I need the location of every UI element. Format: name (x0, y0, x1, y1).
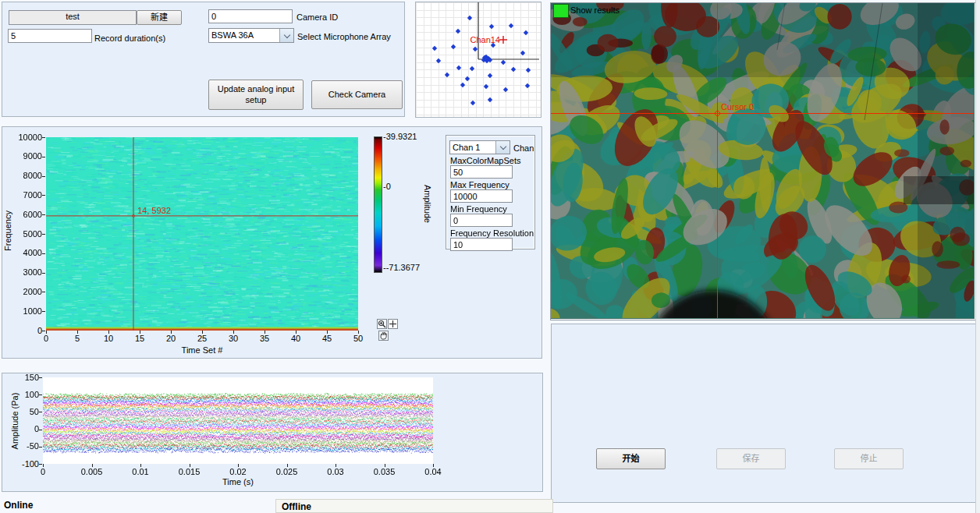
axis-tick (43, 464, 44, 467)
mic-array-plot[interactable]: Chan14 (415, 2, 541, 118)
spectrogram-y-tick: 6000 (9, 210, 42, 219)
axis-tick (77, 331, 78, 334)
cursor-tool-icon[interactable] (388, 319, 398, 329)
channel-select[interactable]: Chan 1 (449, 140, 510, 154)
spectrogram-cursor-label: 14, 5932 (137, 206, 171, 215)
setting-input[interactable] (450, 165, 513, 179)
waveform-x-tick: 0.03 (318, 467, 353, 476)
offline-status-label: Offline (282, 501, 311, 512)
new-button[interactable]: 新建 (137, 10, 182, 25)
start-button[interactable]: 开始 (596, 448, 666, 469)
show-results-led[interactable] (553, 4, 569, 18)
amplitude-colorbar (374, 136, 382, 273)
microphone-array-select[interactable]: BSWA 36A (208, 28, 294, 43)
colorbar-zero-label: -0 (383, 182, 391, 191)
axis-tick (336, 464, 336, 467)
axis-tick (39, 464, 42, 465)
setup-panel: test 新建 Record duration(s) Camera ID BSW… (2, 2, 405, 117)
camera-id-input[interactable] (208, 9, 293, 23)
test-name-field[interactable]: test (9, 10, 137, 25)
axis-tick (287, 464, 288, 467)
axis-tick (42, 214, 45, 215)
channel-select-label: Chan (513, 143, 534, 153)
combo-arrow-button[interactable] (279, 29, 293, 42)
waveform-y-tick: 0 (6, 424, 39, 433)
record-duration-input[interactable] (8, 29, 92, 43)
colorbar-title: Amplitude (423, 185, 432, 223)
spectrogram-x-tick: 45 (315, 334, 339, 343)
spectrogram-x-tick: 25 (190, 334, 214, 343)
waveform-x-tick: 0 (26, 467, 60, 476)
waveform-y-tick: 100 (6, 390, 39, 399)
axis-tick (42, 195, 45, 196)
axis-tick (358, 331, 359, 334)
spectrogram-y-tick: 10000 (9, 133, 42, 142)
spectrogram-plot[interactable] (46, 137, 358, 331)
colorbar-max-label: -39.9321 (383, 132, 417, 141)
waveform-x-tick: 0.005 (75, 467, 109, 476)
pan-tool-icon[interactable] (378, 331, 389, 341)
spectrogram-x-tick: 35 (253, 334, 276, 343)
chevron-down-icon (283, 31, 289, 37)
axis-tick (39, 377, 42, 378)
setting-input[interactable] (450, 238, 513, 251)
channel-combo-arrow[interactable] (495, 141, 510, 154)
svg-text:Chan14: Chan14 (470, 35, 500, 44)
mic-array-geometry: Chan14 (416, 2, 539, 115)
control-panel: 开始 保存 停止 (551, 324, 977, 503)
save-button[interactable]: 保存 (716, 448, 786, 469)
spectrogram-y-tick: 3000 (9, 267, 42, 277)
spectrogram-y-tick: 4000 (9, 248, 42, 257)
axis-tick (202, 331, 203, 334)
spectrogram-x-tick: 0 (34, 334, 58, 343)
axis-tick (265, 331, 265, 334)
waveform-x-tick: 0.025 (270, 467, 304, 476)
offline-status-bar: Offline (275, 499, 553, 513)
axis-tick (171, 331, 172, 334)
setting-input[interactable] (450, 189, 513, 203)
waveform-xlabel: Time (s) (191, 477, 285, 486)
axis-tick (42, 137, 45, 138)
spectrogram-y-tick: 2000 (9, 287, 42, 296)
chevron-down-icon (499, 143, 506, 150)
axis-tick (42, 234, 45, 235)
axis-tick (238, 464, 239, 467)
channel-settings-panel: Chan 1 Chan MaxColorMapSetsMax Frequency… (446, 135, 535, 249)
waveform-x-tick: 0.02 (221, 467, 255, 476)
microphone-array-value: BSWA 36A (209, 29, 279, 42)
axis-tick (39, 447, 42, 448)
axis-tick (42, 273, 45, 274)
window-scrollbar[interactable] (975, 0, 980, 513)
axis-tick (140, 331, 140, 334)
axis-tick (190, 464, 190, 467)
spectrogram-x-tick: 10 (97, 334, 120, 343)
axis-tick (433, 464, 434, 467)
waveform-x-tick: 0.015 (172, 467, 207, 476)
waveform-x-tick: 0.035 (368, 467, 402, 476)
check-camera-button[interactable]: Check Camera (311, 80, 403, 109)
waveform-x-tick: 0.01 (123, 467, 158, 476)
stop-button[interactable]: 停止 (834, 448, 904, 469)
axis-tick (296, 331, 296, 334)
camera-view[interactable]: Cursor 0 Show results (550, 2, 976, 320)
channel-select-value: Chan 1 (450, 141, 495, 154)
setting-input[interactable] (450, 214, 513, 227)
camera-id-label: Camera ID (296, 12, 338, 22)
axis-tick (327, 331, 328, 334)
waveform-plot[interactable] (43, 377, 433, 464)
spectrogram-x-tick: 50 (346, 334, 370, 343)
spectrogram-xlabel: Time Set # (155, 345, 249, 355)
update-analog-input-button[interactable]: Update analog input setup (208, 80, 304, 110)
axis-tick (42, 331, 45, 331)
spectrogram-y-tick: 9000 (9, 151, 42, 161)
setting-label: Min Frequency (450, 204, 507, 214)
setting-label: Frequency Resolution (450, 228, 534, 238)
zoom-tool-icon[interactable] (377, 319, 387, 329)
spectrogram-x-tick: 40 (284, 334, 307, 343)
waveform-x-tick: 0.04 (416, 467, 450, 476)
setting-label: Max Frequency (450, 180, 510, 189)
axis-tick (140, 464, 141, 467)
svg-text:Cursor 0: Cursor 0 (721, 102, 754, 111)
spectrogram-x-tick: 30 (222, 334, 245, 343)
acoustic-map-image: Cursor 0 (551, 3, 974, 318)
